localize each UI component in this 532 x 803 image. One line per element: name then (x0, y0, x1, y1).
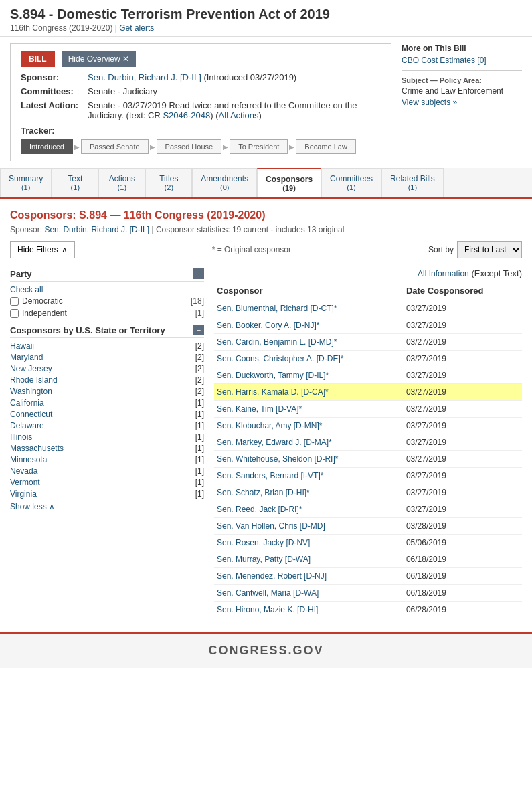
tracker-steps: Introduced ▶ Passed Senate ▶ Passed Hous… (21, 139, 381, 154)
state-link-california[interactable]: California (10, 398, 44, 408)
state-link-washington[interactable]: Washington (10, 387, 52, 396)
state-link-massachusetts[interactable]: Massachusetts (10, 444, 64, 453)
state-link-nevada[interactable]: Nevada (10, 466, 37, 476)
table-row: Sen. Schatz, Brian [D-HI]*03/27/2019 (214, 484, 522, 501)
cosponsor-link[interactable]: Sen. Markey, Edward J. [D-MA]* (217, 438, 332, 447)
get-alerts-link[interactable]: Get alerts (119, 23, 154, 33)
tab-actions[interactable]: Actions (1) (98, 168, 145, 197)
tab-cosponsors[interactable]: Cosponsors (19) (257, 168, 321, 197)
state-link-illinois[interactable]: Illinois (10, 432, 32, 442)
state-item: Hawaii[2] (10, 341, 204, 351)
view-subjects-link[interactable]: View subjects » (402, 98, 522, 107)
tab-summary[interactable]: Summary (1) (0, 168, 52, 197)
independent-filter: Independent [1] (10, 308, 204, 318)
all-info-link[interactable]: All Information (418, 269, 469, 278)
cosponsor-link[interactable]: Sen. Whitehouse, Sheldon [D-RI]* (217, 454, 338, 464)
state-link-new-jersey[interactable]: New Jersey (10, 364, 52, 373)
tracker-step-passed-senate: Passed Senate (81, 139, 149, 154)
state-item: Nevada[1] (10, 466, 204, 476)
table-row: Sen. Booker, Cory A. [D-NJ]*03/27/2019 (214, 317, 522, 334)
page-header: S.894 - Domestic Terrorism Prevention Ac… (0, 0, 532, 37)
col-cosponsor: Cosponsor (214, 282, 404, 300)
table-row: Sen. Harris, Kamala D. [D-CA]*03/27/2019 (214, 384, 522, 401)
democratic-filter: Democratic [18] (10, 296, 204, 306)
tab-committees[interactable]: Committees (1) (321, 168, 381, 197)
independent-checkbox[interactable] (10, 309, 19, 318)
table-row: Sen. Menendez, Robert [D-NJ]06/18/2019 (214, 568, 522, 585)
bill-sidebar: More on This Bill CBO Cost Estimates [0]… (402, 43, 522, 161)
page-subtitle: 116th Congress (2019-2020) | Get alerts (10, 23, 522, 33)
state-link-virginia[interactable]: Virginia (10, 489, 37, 499)
cbo-link[interactable]: CBO Cost Estimates [0] (402, 56, 522, 65)
table-row: Sen. Sanders, Bernard [I-VT]*03/27/2019 (214, 468, 522, 484)
tab-amendments[interactable]: Amendments (0) (192, 168, 257, 197)
state-link-connecticut[interactable]: Connecticut (10, 410, 52, 419)
party-section-header: Party − (10, 268, 204, 282)
cosponsor-link[interactable]: Sen. Booker, Cory A. [D-NJ]* (217, 321, 319, 330)
chevron-up-icon: ∧ (62, 245, 68, 254)
cosponsor-link[interactable]: Sen. Murray, Patty [D-WA] (217, 555, 311, 564)
latest-action-row: Latest Action: Senate - 03/27/2019 Read … (21, 100, 381, 120)
state-item: Illinois[1] (10, 432, 204, 442)
bill-button[interactable]: BILL (21, 51, 55, 67)
state-link-rhode-island[interactable]: Rhode Island (10, 375, 58, 385)
bill-main: BILL Hide Overview ✕ Sponsor: Sen. Durbi… (10, 43, 391, 161)
table-row: Sen. Markey, Edward J. [D-MA]*03/27/2019 (214, 434, 522, 451)
state-link-minnesota[interactable]: Minnesota (10, 455, 47, 464)
sort-select[interactable]: First to Last (457, 241, 522, 258)
cosponsor-link[interactable]: Sen. Kaine, Tim [D-VA]* (217, 404, 302, 414)
cosponsor-link[interactable]: Sen. Hirono, Mazie K. [D-HI] (217, 605, 318, 614)
check-all-link[interactable]: Check all (10, 285, 204, 294)
tab-text[interactable]: Text (1) (52, 168, 98, 197)
cosponsor-link[interactable]: Sen. Cardin, Benjamin L. [D-MD]* (217, 337, 337, 347)
committees-row: Committees: Senate - Judiciary (21, 86, 381, 96)
page-title: S.894 - Domestic Terrorism Prevention Ac… (10, 7, 522, 22)
cosponsor-link[interactable]: Sen. Reed, Jack [D-RI]* (217, 505, 302, 514)
nav-tabs: Summary (1) Text (1) Actions (1) Titles … (0, 168, 532, 199)
table-row: Sen. Cantwell, Maria [D-WA]06/18/2019 (214, 585, 522, 602)
table-row: Sen. Klobuchar, Amy [D-MN]*03/27/2019 (214, 418, 522, 434)
cosponsor-link[interactable]: Sen. Cantwell, Maria [D-WA] (217, 588, 319, 598)
sponsor-link[interactable]: Sen. Durbin, Richard J. [D-IL] (88, 72, 201, 82)
tracker-step-introduced: Introduced (21, 139, 73, 154)
state-collapse-button[interactable]: − (193, 325, 204, 335)
democratic-checkbox[interactable] (10, 297, 19, 306)
all-actions-link[interactable]: All Actions (219, 110, 259, 120)
table-row: Sen. Blumenthal, Richard [D-CT]*03/27/20… (214, 300, 522, 317)
table-row: Sen. Reed, Jack [D-RI]*03/27/2019 (214, 501, 522, 518)
cosponsor-link[interactable]: Sen. Coons, Christopher A. [D-DE]* (217, 354, 343, 363)
party-collapse-button[interactable]: − (193, 268, 204, 279)
cosponsor-link[interactable]: Sen. Van Hollen, Chris [D-MD] (217, 521, 325, 531)
tab-related-bills[interactable]: Related Bills (1) (381, 168, 444, 197)
state-link-maryland[interactable]: Maryland (10, 353, 43, 362)
table-row: Sen. Duckworth, Tammy [D-IL]*03/27/2019 (214, 367, 522, 384)
tab-titles[interactable]: Titles (2) (145, 168, 192, 197)
state-link-vermont[interactable]: Vermont (10, 478, 40, 487)
cr-link[interactable]: S2046-2048 (163, 110, 210, 120)
tracker-step-passed-house: Passed House (157, 139, 222, 154)
sponsor-link-2[interactable]: Sen. Durbin, Richard J. [D-IL] (44, 225, 149, 234)
cosponsor-link[interactable]: Sen. Rosen, Jacky [D-NV] (217, 538, 310, 547)
cosponsor-link[interactable]: Sen. Blumenthal, Richard [D-CT]* (217, 304, 337, 313)
state-item: Maryland[2] (10, 353, 204, 362)
state-link-delaware[interactable]: Delaware (10, 421, 44, 430)
cosponsor-link[interactable]: Sen. Harris, Kamala D. [D-CA]* (217, 387, 329, 397)
cosponsor-link[interactable]: Sen. Duckworth, Tammy [D-IL]* (217, 371, 329, 380)
hide-overview-button[interactable]: Hide Overview ✕ (62, 51, 136, 67)
left-panel: Party − Check all Democratic [18] Indepe… (10, 268, 204, 618)
state-item: Virginia[1] (10, 489, 204, 499)
cosponsor-link[interactable]: Sen. Sanders, Bernard [I-VT]* (217, 471, 323, 480)
section-title: Cosponsors: S.894 — 116th Congress (2019… (10, 209, 522, 221)
table-row: Sen. Hirono, Mazie K. [D-HI]06/28/2019 (214, 602, 522, 618)
table-row: Sen. Cardin, Benjamin L. [D-MD]*03/27/20… (214, 334, 522, 351)
main-layout: Party − Check all Democratic [18] Indepe… (10, 268, 522, 618)
cosponsor-link[interactable]: Sen. Schatz, Brian [D-HI]* (217, 488, 310, 497)
hide-filters-button[interactable]: Hide Filters ∧ (10, 241, 75, 258)
cosponsor-link[interactable]: Sen. Menendez, Robert [D-NJ] (217, 571, 327, 581)
party-filter-section: Party − Check all Democratic [18] Indepe… (10, 268, 204, 318)
cosponsor-link[interactable]: Sen. Klobuchar, Amy [D-MN]* (217, 421, 322, 430)
show-less-link[interactable]: Show less ∧ (10, 502, 204, 511)
state-link-hawaii[interactable]: Hawaii (10, 341, 34, 351)
table-row: Sen. Van Hollen, Chris [D-MD]03/28/2019 (214, 518, 522, 535)
table-row: Sen. Kaine, Tim [D-VA]*03/27/2019 (214, 401, 522, 418)
